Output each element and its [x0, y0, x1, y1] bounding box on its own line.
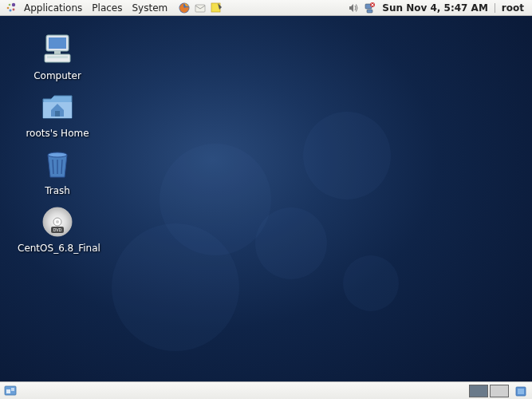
svg-point-0	[12, 2, 15, 6]
svg-rect-13	[54, 51, 61, 54]
svg-point-21	[56, 220, 59, 223]
svg-text:DVD: DVD	[53, 227, 62, 232]
show-desktop-button[interactable]	[4, 384, 18, 398]
places-menu[interactable]: Places	[87, 1, 127, 15]
computer-icon[interactable]: Computer	[18, 30, 97, 81]
home-folder-label: roots's Home	[18, 128, 97, 139]
svg-point-2	[7, 6, 10, 9]
trash-glyph-icon	[38, 145, 77, 184]
user-menu[interactable]: root	[497, 2, 529, 14]
svg-rect-16	[55, 111, 60, 117]
svg-rect-12	[49, 38, 66, 49]
svg-rect-28	[518, 389, 524, 394]
svg-rect-25	[6, 389, 10, 393]
dvd-glyph-icon: DVD	[38, 203, 77, 241]
applications-menu[interactable]: Applications	[19, 1, 87, 15]
folder-home-glyph-icon	[38, 88, 77, 126]
home-folder-icon[interactable]: roots's Home	[18, 88, 97, 139]
disc-icon[interactable]: DVD CentOS_6.8_Final	[18, 203, 97, 254]
trash-applet-icon[interactable]	[514, 384, 528, 398]
workspace-1[interactable]	[469, 385, 488, 397]
disc-label: CentOS_6.8_Final	[18, 243, 97, 254]
top-panel: Applications Places System	[0, 0, 532, 16]
mail-launcher-icon[interactable]	[193, 1, 207, 15]
svg-point-4	[13, 8, 15, 10]
workspace-2[interactable]	[490, 385, 509, 397]
system-menu[interactable]: System	[127, 1, 172, 15]
firefox-launcher-icon[interactable]	[177, 1, 191, 15]
gnome-logo-icon[interactable]	[4, 1, 18, 15]
trash-icon[interactable]: Trash	[18, 145, 97, 196]
volume-icon[interactable]	[346, 1, 361, 15]
computer-label: Computer	[18, 70, 97, 81]
computer-glyph-icon	[38, 30, 77, 69]
svg-point-1	[9, 3, 11, 6]
svg-rect-15	[47, 56, 68, 58]
svg-rect-6	[195, 5, 205, 12]
svg-point-17	[48, 152, 67, 157]
desktop[interactable]: Computer roots's Home Trash	[0, 16, 532, 381]
svg-point-3	[10, 9, 12, 11]
panel-divider	[495, 3, 495, 13]
svg-rect-26	[11, 388, 14, 391]
svg-rect-9	[367, 10, 372, 13]
bottom-panel	[0, 381, 532, 399]
notes-launcher-icon[interactable]	[209, 1, 223, 15]
workspace-switcher[interactable]	[467, 385, 509, 397]
clock[interactable]: Sun Nov 4, 5:47 AM	[377, 2, 493, 14]
trash-label: Trash	[18, 185, 97, 196]
network-icon[interactable]	[362, 1, 376, 15]
